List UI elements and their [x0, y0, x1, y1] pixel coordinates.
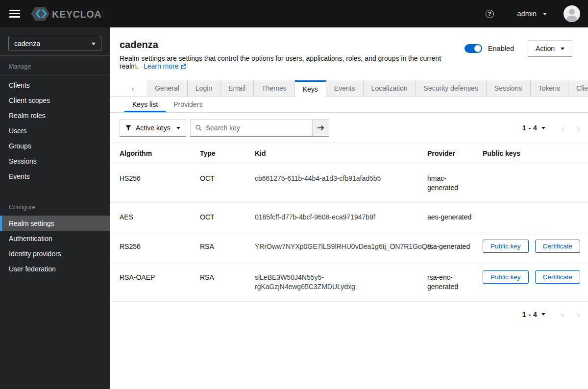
- learn-more-link[interactable]: Learn more: [144, 62, 187, 70]
- tab-tokens[interactable]: Tokens: [531, 80, 568, 96]
- action-dropdown-button[interactable]: Action: [528, 40, 572, 57]
- cell-algorithm: AES: [120, 213, 200, 222]
- sidebar-item-sessions[interactable]: Sessions: [0, 153, 110, 169]
- tab-email[interactable]: Email: [220, 80, 254, 96]
- svg-text:KEYCLOAK: KEYCLOAK: [52, 9, 102, 20]
- avatar[interactable]: [564, 5, 580, 22]
- external-link-icon: [181, 63, 187, 69]
- nav-section-configure: Configure Realm settings Authentication …: [0, 196, 110, 276]
- sidebar-item-realm-roles[interactable]: Realm roles: [0, 108, 110, 123]
- chevron-down-icon: [543, 13, 547, 15]
- cell-type: RSA: [200, 273, 255, 282]
- tabs-scroll-left-button[interactable]: ‹: [119, 80, 147, 96]
- subtab-keys-list[interactable]: Keys list: [124, 97, 166, 112]
- pagination-menu-toggle[interactable]: [541, 313, 545, 316]
- public-key-button[interactable]: Public key: [483, 270, 529, 284]
- sidebar-item-users[interactable]: Users: [0, 123, 110, 138]
- realm-selector[interactable]: cadenza: [8, 37, 101, 50]
- main-content: cadenza Realm settings are settings that…: [110, 27, 588, 389]
- keys-toolbar: Active keys 1 - 4 ‹ ›: [110, 113, 588, 143]
- key-filter-dropdown[interactable]: Active keys: [120, 119, 186, 137]
- enabled-label: Enabled: [488, 45, 514, 52]
- masthead: KEYCLOAK ? admin: [0, 0, 588, 27]
- column-header-kid: Kid: [255, 149, 427, 158]
- keys-table-header: Algorithm Type Kid Provider Public keys: [110, 143, 588, 164]
- tab-login[interactable]: Login: [188, 80, 220, 96]
- sidebar: cadenza Manage Clients Client scopes Rea…: [0, 27, 110, 389]
- cell-type: OCT: [200, 174, 255, 183]
- pagination-prev-button[interactable]: ‹: [561, 310, 564, 319]
- pagination-prev-button[interactable]: ‹: [561, 123, 564, 133]
- user-menu[interactable]: admin: [517, 10, 547, 18]
- column-header-algorithm: Algorithm: [120, 149, 200, 158]
- search-field: [190, 119, 313, 137]
- page-header: cadenza Realm settings are settings that…: [110, 27, 588, 70]
- sidebar-item-authentication[interactable]: Authentication: [0, 231, 110, 246]
- cell-type: OCT: [200, 213, 255, 222]
- nav-section-title: Configure: [0, 196, 110, 216]
- keys-subtabs: Keys list Providers: [110, 97, 588, 113]
- cell-kid: cb661275-611b-44b4-a1d3-cfb91afad5b5: [255, 174, 427, 183]
- tab-client-policies[interactable]: Client policies: [568, 80, 588, 96]
- certificate-button[interactable]: Certificate: [535, 240, 581, 253]
- table-row: RSA-OAEP RSA slLeBE3W50J4N55y5-rgKaGzjN4…: [110, 263, 588, 302]
- cell-public-keys: Public key Certificate: [483, 270, 588, 284]
- arrow-right-icon: [317, 125, 324, 131]
- tab-localization[interactable]: Localization: [364, 80, 416, 96]
- cell-provider: hmac-generated: [427, 174, 483, 193]
- cell-kid: 0185fcff-d77b-4bcf-9608-eca971947b9f: [255, 213, 427, 222]
- pagination-menu-toggle[interactable]: [541, 127, 545, 129]
- tab-events[interactable]: Events: [326, 80, 364, 96]
- cell-algorithm: HS256: [120, 174, 200, 183]
- pagination-next-button[interactable]: ›: [577, 123, 580, 133]
- help-icon[interactable]: ?: [486, 10, 494, 18]
- search-input[interactable]: [206, 124, 307, 132]
- pagination-next-button[interactable]: ›: [577, 310, 580, 319]
- nav-section-manage: Manage Clients Client scopes Realm roles…: [0, 56, 110, 184]
- tab-security-defenses[interactable]: Security defenses: [416, 80, 487, 96]
- cell-kid: YRrOww7NYXp0GE7lLS9lRHU0vDea1g6tj_ON7R1G…: [255, 242, 427, 251]
- table-row: HS256 OCT cb661275-611b-44b4-a1d3-cfb91a…: [110, 164, 588, 203]
- username: admin: [517, 10, 537, 18]
- cell-algorithm: RSA-OAEP: [120, 273, 200, 282]
- cell-provider: rsa-generated: [427, 242, 483, 251]
- table-row: AES OCT 0185fcff-d77b-4bcf-9608-eca97194…: [110, 203, 588, 232]
- cell-provider: rsa-enc-generated: [427, 273, 483, 292]
- realm-selector-value: cadenza: [14, 40, 40, 48]
- cell-type: RSA: [200, 242, 255, 251]
- sidebar-item-realm-settings[interactable]: Realm settings: [0, 216, 110, 231]
- chevron-down-icon: [561, 48, 564, 50]
- tab-sessions[interactable]: Sessions: [487, 80, 531, 96]
- sidebar-item-client-scopes[interactable]: Client scopes: [0, 93, 110, 108]
- cell-kid: slLeBE3W50J4N55y5-rgKaGzjN4ewg65C3ZMDULy…: [255, 273, 427, 292]
- sidebar-item-clients[interactable]: Clients: [0, 77, 110, 93]
- cell-algorithm: RS256: [120, 242, 200, 251]
- table-row: RS256 RSA YRrOww7NYXp0GE7lLS9lRHU0vDea1g…: [110, 232, 588, 263]
- tab-themes[interactable]: Themes: [254, 80, 295, 96]
- sidebar-item-user-federation[interactable]: User federation: [0, 261, 110, 276]
- filter-icon: [125, 125, 131, 131]
- pagination-top: 1 - 4 ‹ ›: [522, 123, 580, 133]
- hamburger-menu-icon[interactable]: [9, 10, 20, 18]
- sidebar-item-events[interactable]: Events: [0, 169, 110, 184]
- nav-section-title: Manage: [0, 56, 110, 75]
- column-header-public-keys: Public keys: [483, 149, 580, 158]
- sidebar-item-groups[interactable]: Groups: [0, 138, 110, 153]
- search-icon: [196, 124, 202, 131]
- keycloak-logo-icon: KEYCLOAK: [31, 6, 102, 22]
- cell-public-keys: Public key Certificate: [483, 240, 588, 253]
- subtab-providers[interactable]: Providers: [166, 97, 210, 112]
- column-header-provider: Provider: [427, 149, 483, 158]
- tab-keys[interactable]: Keys: [295, 80, 326, 97]
- enabled-toggle[interactable]: [465, 44, 482, 53]
- sidebar-item-identity-providers[interactable]: Identity providers: [0, 246, 110, 261]
- page-title: cadenza: [120, 39, 465, 50]
- search-submit-button[interactable]: [313, 119, 329, 137]
- certificate-button[interactable]: Certificate: [535, 270, 581, 284]
- realm-settings-tabs: ‹ General Login Email Themes Keys Events…: [110, 80, 588, 97]
- public-key-button[interactable]: Public key: [483, 240, 529, 253]
- chevron-down-icon: [176, 127, 180, 129]
- keycloak-logo[interactable]: KEYCLOAK: [31, 6, 102, 22]
- pagination-range: 1 - 4: [522, 311, 538, 318]
- tab-general[interactable]: General: [147, 80, 188, 96]
